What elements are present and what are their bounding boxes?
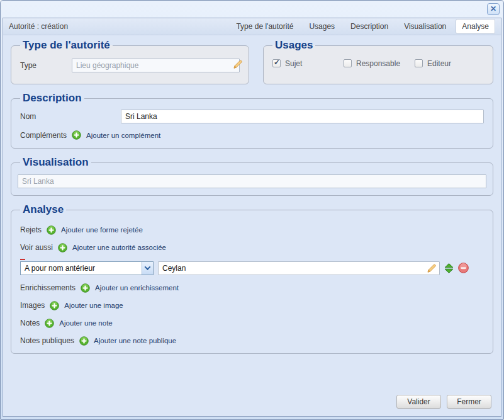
type-autorite-legend: Type de l'autorité bbox=[20, 40, 113, 52]
nom-label: Nom bbox=[20, 112, 121, 121]
required-marker bbox=[20, 259, 25, 260]
usages-legend: Usages bbox=[272, 40, 315, 52]
valider-button[interactable]: Valider bbox=[396, 395, 441, 409]
dialog-footer: Valider Fermer bbox=[3, 391, 501, 416]
titlebar: ✕ bbox=[1, 1, 503, 17]
tab-analyse[interactable]: Analyse bbox=[456, 19, 495, 34]
checkbox-sujet-label: Sujet bbox=[285, 59, 302, 68]
checkbox-sujet[interactable]: Sujet bbox=[272, 59, 344, 68]
fermer-button[interactable]: Fermer bbox=[447, 395, 491, 409]
relation-type-selected: A pour nom antérieur bbox=[21, 262, 142, 275]
edit-pencil-icon[interactable] bbox=[427, 263, 437, 273]
description-legend: Description bbox=[20, 93, 84, 105]
relation-value-input[interactable] bbox=[158, 261, 440, 275]
usages-fieldset: Usages Sujet Responsable Editeur bbox=[263, 40, 493, 84]
chevron-down-icon bbox=[145, 264, 151, 270]
add-plus-icon[interactable] bbox=[79, 336, 89, 346]
voir-aussi-label: Voir aussi bbox=[20, 243, 53, 252]
dialog-body: Type de l'autorité Type bbox=[3, 35, 501, 391]
add-note-link[interactable]: Ajouter une note bbox=[59, 319, 112, 327]
add-plus-icon[interactable] bbox=[72, 130, 81, 140]
checkbox-responsable-label: Responsable bbox=[356, 59, 400, 68]
select-dropdown-button[interactable] bbox=[142, 262, 153, 275]
add-plus-icon[interactable] bbox=[45, 319, 54, 328]
rejets-label: Rejets bbox=[20, 225, 42, 234]
close-icon[interactable]: ✕ bbox=[487, 3, 500, 15]
checkbox-editeur[interactable]: Editeur bbox=[415, 59, 451, 68]
add-image-link[interactable]: Ajouter une image bbox=[64, 302, 123, 309]
add-enrichissement-link[interactable]: Ajouter un enrichissement bbox=[95, 284, 179, 292]
dialog-panel: Autorité : création Type de l'autorité U… bbox=[3, 18, 501, 417]
checkbox-editeur-label: Editeur bbox=[427, 59, 451, 68]
description-fieldset: Description Nom Compléments bbox=[11, 93, 493, 149]
add-plus-icon[interactable] bbox=[58, 243, 67, 253]
tab-type-autorite[interactable]: Type de l'autorité bbox=[230, 19, 300, 34]
checkbox-responsable[interactable]: Responsable bbox=[344, 59, 415, 68]
checkbox-unchecked-icon[interactable] bbox=[344, 59, 352, 67]
visualisation-fieldset: Visualisation bbox=[11, 157, 493, 196]
nom-input[interactable] bbox=[121, 110, 484, 123]
remove-minus-icon[interactable] bbox=[458, 263, 469, 273]
enrichissements-label: Enrichissements bbox=[20, 283, 76, 292]
add-forme-rejetee-link[interactable]: Ajouter une forme rejetée bbox=[61, 226, 143, 234]
reorder-sort-icon[interactable] bbox=[444, 263, 454, 273]
add-plus-icon[interactable] bbox=[47, 225, 56, 235]
edit-pencil-icon[interactable] bbox=[233, 59, 243, 69]
checkbox-checked-icon[interactable] bbox=[272, 59, 281, 67]
section-tabs: Type de l'autorité Usages Description Vi… bbox=[230, 19, 495, 34]
complements-label: Compléments bbox=[20, 131, 67, 140]
tab-description[interactable]: Description bbox=[344, 19, 395, 34]
relation-type-select[interactable]: A pour nom antérieur bbox=[20, 261, 154, 275]
checkbox-unchecked-icon[interactable] bbox=[415, 59, 423, 67]
type-autorite-fieldset: Type de l'autorité Type bbox=[11, 40, 249, 84]
toolbar: Autorité : création Type de l'autorité U… bbox=[3, 18, 501, 35]
analyse-fieldset: Analyse Rejets Ajouter une forme rejetée bbox=[11, 204, 493, 354]
tab-visualisation[interactable]: Visualisation bbox=[398, 19, 452, 34]
add-note-publique-link[interactable]: Ajouter une note publique bbox=[94, 337, 176, 344]
dialog-title: Autorité : création bbox=[9, 22, 68, 31]
authority-creation-dialog: ✕ Autorité : création Type de l'autorité… bbox=[0, 0, 504, 420]
add-autorite-associee-link[interactable]: Ajouter une autorité associée bbox=[72, 244, 166, 251]
notes-publiques-label: Notes publiques bbox=[20, 336, 74, 345]
visualisation-input[interactable] bbox=[18, 174, 486, 188]
images-label: Images bbox=[20, 301, 45, 310]
add-complement-link[interactable]: Ajouter un complément bbox=[86, 132, 160, 139]
add-plus-icon[interactable] bbox=[81, 283, 90, 293]
notes-label: Notes bbox=[20, 319, 40, 327]
add-plus-icon[interactable] bbox=[50, 301, 59, 310]
type-input[interactable] bbox=[72, 59, 240, 72]
visualisation-legend: Visualisation bbox=[20, 157, 91, 169]
type-label: Type bbox=[20, 61, 72, 70]
analyse-legend: Analyse bbox=[20, 204, 66, 216]
tab-usages[interactable]: Usages bbox=[303, 19, 341, 34]
